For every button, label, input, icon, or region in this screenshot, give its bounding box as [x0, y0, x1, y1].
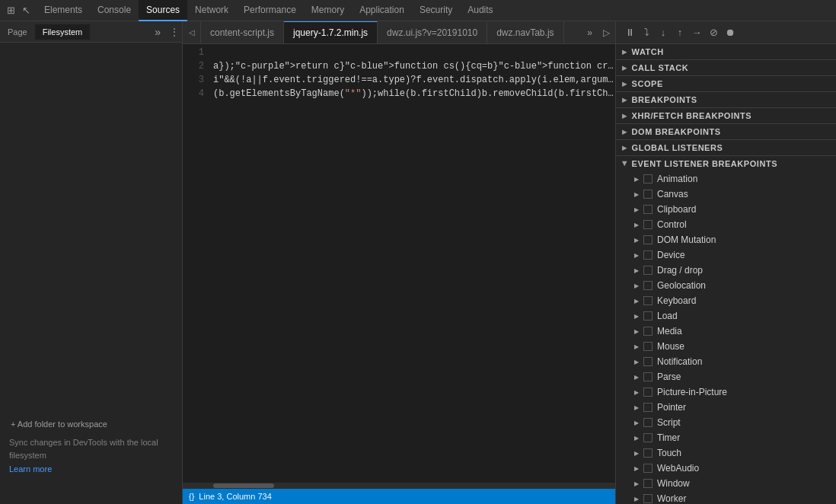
step-over-button[interactable]: ⤵: [639, 25, 654, 40]
top-tab-application[interactable]: Application: [352, 0, 412, 21]
event-label: Touch: [657, 448, 681, 458]
event-item-keyboard[interactable]: ▶Keyboard: [616, 293, 836, 308]
editor-tab-dwz-navtab-js[interactable]: dwz.navTab.js: [487, 21, 563, 44]
editor-area: ◁ content-script.jsjquery-1.7.2.min.jsdw…: [183, 21, 615, 504]
editor-tab-content-script-js[interactable]: content-script.js: [201, 21, 284, 44]
event-checkbox[interactable]: [643, 403, 653, 412]
editor-tab-dwz-ui-js-v-20191010[interactable]: dwz.ui.js?v=20191010: [378, 21, 487, 44]
event-checkbox[interactable]: [643, 479, 653, 488]
event-item-load[interactable]: ▶Load: [616, 308, 836, 324]
event-item-device[interactable]: ▶Device: [616, 247, 836, 263]
event-checkbox[interactable]: [643, 311, 653, 321]
event-checkbox[interactable]: [643, 448, 653, 458]
event-item-media[interactable]: ▶Media: [616, 324, 836, 339]
event-item-timer[interactable]: ▶Timer: [616, 430, 836, 445]
event-checkbox[interactable]: [643, 190, 653, 199]
event-item-webaudio[interactable]: ▶WebAudio: [616, 461, 836, 476]
sidebar-tab-more[interactable]: »: [148, 26, 167, 38]
event-checkbox[interactable]: [643, 205, 653, 214]
top-tab-sources[interactable]: Sources: [139, 0, 187, 21]
section-arrow: ▶: [622, 81, 627, 88]
pause-button[interactable]: ⏸: [622, 25, 637, 40]
event-item-script[interactable]: ▶Script: [616, 415, 836, 430]
event-item-parse[interactable]: ▶Parse: [616, 369, 836, 384]
section-header-breakpoints[interactable]: ▶Breakpoints: [616, 92, 836, 107]
event-item-canvas[interactable]: ▶Canvas: [616, 187, 836, 202]
event-item-drag-/-drop[interactable]: ▶Drag / drop: [616, 263, 836, 278]
event-item-dom-mutation[interactable]: ▶DOM Mutation: [616, 232, 836, 247]
editor-nav-button[interactable]: ▷: [598, 25, 614, 40]
step-button[interactable]: →: [689, 25, 704, 40]
top-tab-memory[interactable]: Memory: [304, 0, 352, 21]
pause-exceptions-button[interactable]: ⏺: [723, 25, 738, 40]
event-checkbox[interactable]: [643, 266, 653, 275]
section-header-global-listeners[interactable]: ▶Global Listeners: [616, 140, 836, 155]
code-line: 2a});"c-purple">return c}"c-blue">functi…: [183, 61, 615, 75]
event-item-arrow: ▶: [634, 389, 639, 396]
section-dom-breakpoints: ▶DOM Breakpoints: [616, 124, 836, 140]
sidebar-menu-icon[interactable]: ⋮: [167, 24, 182, 40]
add-folder-button[interactable]: + Add folder to workspace: [9, 418, 107, 430]
code-editor[interactable]: 12a});"c-purple">return c}"c-blue">funct…: [183, 44, 615, 483]
event-checkbox[interactable]: [643, 464, 653, 473]
editor-tab-nav-prev[interactable]: ◁: [183, 21, 201, 44]
dock-icon[interactable]: ⊞: [3, 3, 18, 18]
event-checkbox[interactable]: [643, 281, 653, 290]
event-checkbox[interactable]: [643, 372, 653, 381]
right-panel-content: ▶Watch▶Call Stack▶Scope▶Breakpoints▶XHR/…: [616, 44, 836, 504]
section-header-scope[interactable]: ▶Scope: [616, 76, 836, 91]
inspect-icon[interactable]: ↖: [18, 3, 34, 18]
learn-more-link[interactable]: Learn more: [9, 464, 52, 474]
event-checkbox[interactable]: [643, 220, 653, 229]
line-number: 2: [183, 61, 213, 72]
top-tab-audits[interactable]: Audits: [460, 0, 500, 21]
sidebar-tab-filesystem[interactable]: Filesystem: [35, 24, 91, 40]
editor-tab-jquery-1-7-2-min-js[interactable]: jquery-1.7.2.min.js: [284, 21, 378, 44]
editor-scrollbar-thumb[interactable]: [213, 483, 274, 488]
top-tab-elements[interactable]: Elements: [37, 0, 90, 21]
event-checkbox[interactable]: [643, 418, 653, 427]
event-item-worker[interactable]: ▶Worker: [616, 491, 836, 504]
top-tab-console[interactable]: Console: [90, 0, 139, 21]
editor-tab-overflow[interactable]: »: [582, 27, 597, 38]
step-out-button[interactable]: ↑: [672, 25, 688, 40]
event-item-animation[interactable]: ▶Animation: [616, 171, 836, 187]
event-item-picture-in-picture[interactable]: ▶Picture-in-Picture: [616, 384, 836, 400]
event-item-notification[interactable]: ▶Notification: [616, 354, 836, 369]
event-checkbox[interactable]: [643, 250, 653, 260]
event-item-touch[interactable]: ▶Touch: [616, 445, 836, 461]
sidebar-tab-page[interactable]: Page: [0, 24, 35, 40]
section-header-call-stack[interactable]: ▶Call Stack: [616, 60, 836, 75]
section-arrow: ▶: [621, 161, 628, 167]
event-item-arrow: ▶: [634, 222, 639, 228]
section-label: Event Listener Breakpoints: [632, 159, 778, 168]
event-checkbox[interactable]: [643, 433, 653, 442]
editor-scrollbar[interactable]: [183, 483, 615, 489]
top-tab-security[interactable]: Security: [412, 0, 460, 21]
event-checkbox[interactable]: [643, 327, 653, 336]
deactivate-button[interactable]: ⊘: [706, 25, 721, 40]
section-arrow: ▶: [622, 49, 627, 56]
event-item-window[interactable]: ▶Window: [616, 476, 836, 491]
event-item-clipboard[interactable]: ▶Clipboard: [616, 202, 836, 217]
step-into-button[interactable]: ↓: [656, 25, 671, 40]
event-item-geolocation[interactable]: ▶Geolocation: [616, 278, 836, 293]
event-item-control[interactable]: ▶Control: [616, 217, 836, 232]
section-label: Watch: [632, 47, 664, 56]
event-checkbox[interactable]: [643, 357, 653, 366]
event-checkbox[interactable]: [643, 342, 653, 351]
event-item-mouse[interactable]: ▶Mouse: [616, 339, 836, 354]
event-item-pointer[interactable]: ▶Pointer: [616, 400, 836, 415]
top-tab-network[interactable]: Network: [187, 0, 236, 21]
top-tab-performance[interactable]: Performance: [236, 0, 304, 21]
event-checkbox[interactable]: [643, 296, 653, 305]
event-checkbox[interactable]: [643, 235, 653, 244]
event-checkbox[interactable]: [643, 494, 653, 503]
event-checkbox[interactable]: [643, 388, 653, 397]
section-label: Call Stack: [632, 63, 689, 72]
section-header-dom-breakpoints[interactable]: ▶DOM Breakpoints: [616, 124, 836, 139]
section-header-watch[interactable]: ▶Watch: [616, 44, 836, 59]
section-header-xhr/fetch-breakpoints[interactable]: ▶XHR/fetch Breakpoints: [616, 108, 836, 123]
section-header-event-listener-breakpoints[interactable]: ▶Event Listener Breakpoints: [616, 156, 836, 171]
event-checkbox[interactable]: [643, 174, 653, 183]
